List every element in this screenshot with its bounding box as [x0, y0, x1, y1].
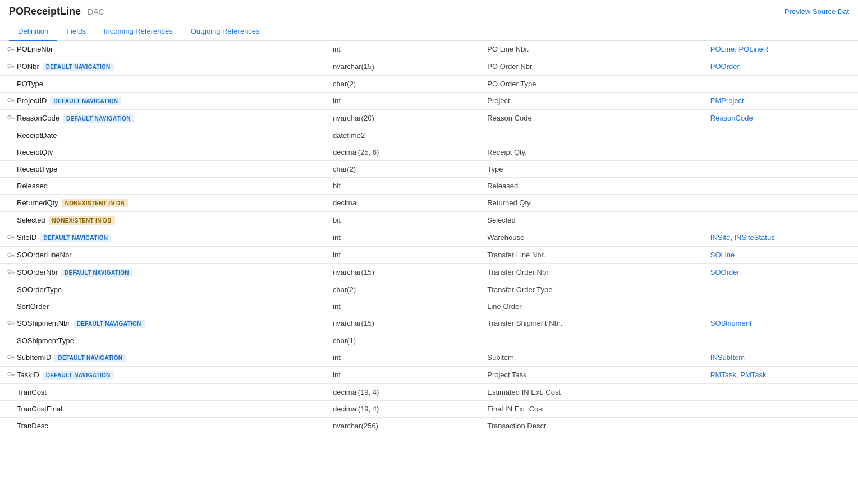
key-icon	[7, 63, 15, 71]
field-name: ReceiptQty	[17, 148, 53, 156]
field-type: int	[326, 41, 480, 58]
field-description: PO Order Nbr.	[480, 58, 704, 75]
field-name: SiteID	[17, 233, 36, 242]
table-row: ReturnedQtyNONEXISTENT IN DBdecimalRetur…	[0, 194, 858, 211]
ref-link[interactable]: SOOrder	[710, 268, 740, 276]
field-references: ReasonCode	[704, 109, 858, 127]
table-row: ReceiptTypechar(2)Type	[0, 160, 858, 177]
field-description: Warehouse	[480, 229, 704, 246]
table-row: ReceiptDatedatetime2	[0, 127, 858, 144]
tab-incoming[interactable]: Incoming References	[95, 21, 182, 41]
field-references	[704, 127, 858, 144]
field-description: Reason Code	[480, 109, 704, 127]
field-references	[704, 332, 858, 349]
table-row: TaskIDDEFAULT NAVIGATIONintProject TaskP…	[0, 366, 858, 383]
field-type: int	[326, 349, 480, 366]
field-references: SOShipment	[704, 315, 858, 332]
default-navigation-badge: DEFAULT NAVIGATION	[61, 269, 132, 277]
field-references: SOOrder	[704, 263, 858, 281]
field-name: TranDesc	[17, 422, 48, 430]
svg-point-28	[8, 321, 11, 325]
field-name: Selected	[17, 216, 45, 224]
table-row: ProjectIDDEFAULT NAVIGATIONintProjectPMP…	[0, 92, 858, 109]
field-description: Project Task	[480, 366, 704, 383]
field-description	[480, 127, 704, 144]
preview-source-link[interactable]: Preview Source Dat	[784, 7, 849, 16]
field-name: ProjectID	[17, 96, 47, 105]
field-references	[704, 177, 858, 194]
ref-link[interactable]: INSubItem	[710, 353, 745, 362]
dac-badge: DAC	[88, 7, 104, 16]
field-description: Transfer Line Nbr.	[480, 246, 704, 263]
field-description: Transaction Descr.	[480, 417, 704, 434]
default-navigation-badge: DEFAULT NAVIGATION	[43, 63, 114, 71]
table-row: SOOrderNbrDEFAULT NAVIGATIONnvarchar(15)…	[0, 263, 858, 281]
field-description: Project	[480, 92, 704, 109]
field-description: Final IN Ext. Cost	[480, 400, 704, 417]
ref-link[interactable]: SOLine	[710, 251, 735, 259]
default-navigation-badge: DEFAULT NAVIGATION	[40, 234, 111, 242]
field-description: Receipt Qty.	[480, 144, 704, 160]
field-name: ReceiptDate	[17, 131, 57, 140]
default-navigation-badge: DEFAULT NAVIGATION	[50, 97, 121, 105]
svg-point-20	[8, 253, 11, 256]
ref-link[interactable]: PMTask	[710, 371, 736, 379]
ref-link[interactable]: POLineR	[738, 45, 768, 53]
svg-point-36	[8, 373, 11, 376]
svg-point-32	[8, 355, 11, 359]
ref-link[interactable]: POOrder	[710, 62, 740, 71]
ref-link[interactable]: ReasonCode	[710, 114, 753, 122]
field-references: PMProject	[704, 92, 858, 109]
field-description: Selected	[480, 211, 704, 229]
field-description: Transfer Order Type	[480, 281, 704, 298]
field-references	[704, 298, 858, 315]
tabs-bar: DefinitionFieldsIncoming ReferencesOutgo…	[0, 21, 858, 41]
ref-link[interactable]: INSiteStatus	[734, 233, 774, 242]
field-references	[704, 281, 858, 298]
ref-link[interactable]: SOShipment	[710, 319, 752, 327]
field-type: decimal	[326, 194, 480, 211]
field-references: SOLine	[704, 246, 858, 263]
default-navigation-badge: DEFAULT NAVIGATION	[54, 354, 126, 362]
table-row: ReceiptQtydecimal(25, 6)Receipt Qty.	[0, 144, 858, 160]
field-description: PO Line Nbr.	[480, 41, 704, 58]
tab-outgoing[interactable]: Outgoing References	[182, 21, 269, 41]
field-references	[704, 383, 858, 400]
table-row: SOShipmentTypechar(1)	[0, 332, 858, 349]
table-row: ReleasedbitReleased	[0, 177, 858, 194]
ref-link[interactable]: PMProject	[710, 96, 744, 105]
field-references: INSite, INSiteStatus	[704, 229, 858, 246]
header-left: POReceiptLine DAC	[9, 6, 104, 17]
tab-fields[interactable]: Fields	[57, 21, 95, 41]
table-row: TranCostdecimal(19, 4)Estimated IN Ext. …	[0, 383, 858, 400]
field-name: ReceiptType	[17, 165, 57, 173]
key-icon	[7, 371, 15, 379]
field-description: Estimated IN Ext. Cost	[480, 383, 704, 400]
field-references	[704, 417, 858, 434]
field-name: SOOrderLineNbr	[17, 251, 72, 259]
header: POReceiptLine DAC Preview Source Dat	[0, 0, 858, 21]
field-type: nvarchar(15)	[326, 263, 480, 281]
field-name: SOOrderNbr	[17, 268, 58, 276]
field-references: INSubItem	[704, 349, 858, 366]
tab-definition[interactable]: Definition	[9, 21, 57, 41]
table-row: SubItemIDDEFAULT NAVIGATIONintSubitemINS…	[0, 349, 858, 366]
ref-link[interactable]: INSite	[710, 233, 730, 242]
key-icon	[7, 252, 15, 260]
table-container: POLineNbrintPO Line Nbr.POLine, POLineRP…	[0, 41, 858, 493]
field-name: ReturnedQty	[17, 198, 58, 207]
field-type: int	[326, 229, 480, 246]
page-title: POReceiptLine	[9, 6, 81, 17]
ref-link[interactable]: POLine	[710, 45, 735, 53]
field-references	[704, 144, 858, 160]
nonexistent-badge: NONEXISTENT IN DB	[49, 216, 115, 225]
field-type: nvarchar(256)	[326, 417, 480, 434]
key-icon	[7, 234, 15, 242]
ref-link[interactable]: PMTask	[740, 371, 766, 379]
field-type: nvarchar(15)	[326, 315, 480, 332]
field-type: char(2)	[326, 160, 480, 177]
field-references	[704, 400, 858, 417]
field-description: Transfer Order Nbr.	[480, 263, 704, 281]
field-name: POLineNbr	[17, 45, 53, 53]
table-row: SOOrderTypechar(2)Transfer Order Type	[0, 281, 858, 298]
